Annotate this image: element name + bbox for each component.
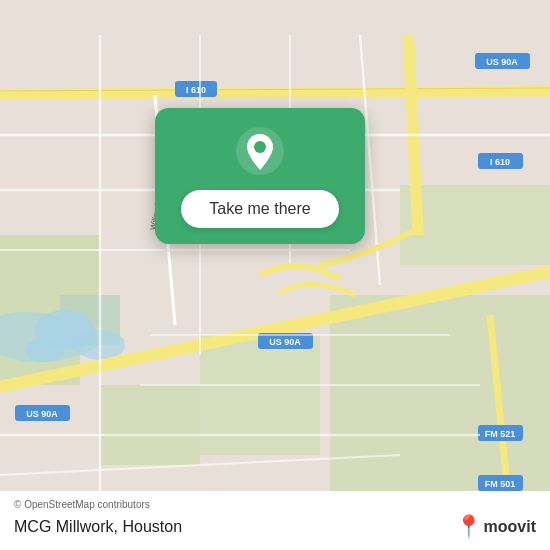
map-background: I 610 US 90A I 610 US 90A US 90A FM 521 … — [0, 0, 550, 550]
bottom-bar: © OpenStreetMap contributors MCG Millwor… — [0, 491, 550, 550]
svg-text:FM 521: FM 521 — [485, 429, 516, 439]
map-attribution: © OpenStreetMap contributors — [14, 499, 536, 510]
svg-rect-4 — [330, 295, 550, 495]
svg-text:US 90A: US 90A — [269, 337, 301, 347]
location-row: MCG Millwork, Houston 📍 moovit — [14, 514, 536, 540]
svg-text:I 610: I 610 — [186, 85, 206, 95]
card-overlay: Take me there — [155, 108, 365, 244]
svg-text:FM 501: FM 501 — [485, 479, 516, 489]
svg-text:US 90A: US 90A — [486, 57, 518, 67]
svg-text:I 610: I 610 — [490, 157, 510, 167]
svg-rect-6 — [100, 385, 200, 465]
moovit-logo: 📍 moovit — [455, 514, 536, 540]
moovit-logo-text: moovit — [484, 518, 536, 536]
take-me-there-button[interactable]: Take me there — [181, 190, 338, 228]
location-name: MCG Millwork, Houston — [14, 518, 182, 536]
svg-rect-5 — [200, 335, 320, 455]
svg-text:US 90A: US 90A — [26, 409, 58, 419]
location-pin-icon — [235, 126, 285, 176]
moovit-pin-icon: 📍 — [455, 514, 482, 540]
svg-point-27 — [254, 141, 266, 153]
map-container: I 610 US 90A I 610 US 90A US 90A FM 521 … — [0, 0, 550, 550]
